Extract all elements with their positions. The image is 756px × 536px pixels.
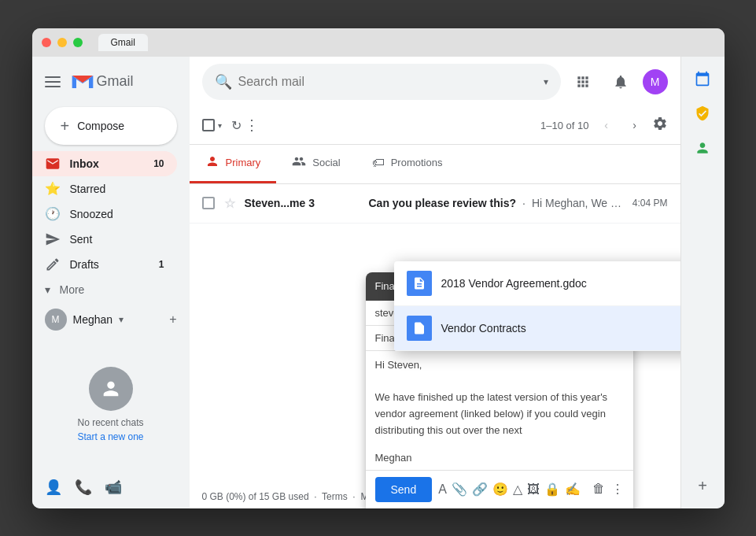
star-icon[interactable]: ☆: [224, 196, 235, 211]
tab-promotions[interactable]: 🏷 Promotions: [356, 145, 459, 183]
more-label: More: [60, 283, 85, 296]
contacts-bottom-icon[interactable]: 👤: [45, 479, 62, 496]
tab-social[interactable]: Social: [276, 145, 356, 183]
close-button[interactable]: [42, 38, 51, 47]
right-sidebar: +: [680, 57, 725, 508]
compose-footer: Send A 📎 🔗 🙂 △ 🖼 🔒 ✍ 🗑 ⋮: [366, 470, 633, 508]
title-bar: Gmail: [32, 28, 725, 57]
drafts-icon: [45, 257, 61, 272]
select-all-checkbox[interactable]: [202, 119, 215, 131]
top-bar: 🔍 ▾ M: [190, 57, 680, 107]
sidebar-starred-label: Starred: [70, 183, 106, 195]
sidebar-item-more[interactable]: ▾ More: [32, 277, 190, 302]
select-dropdown-icon[interactable]: ▾: [218, 121, 222, 130]
compose-button[interactable]: + Compose: [45, 107, 177, 145]
apps-button[interactable]: [567, 66, 599, 98]
snoozed-icon: 🕐: [45, 206, 61, 222]
subject-preview-separator: ·: [522, 197, 526, 209]
sent-icon: [45, 231, 61, 247]
compose-body[interactable]: Hi Steven, We have finished up the lates…: [366, 351, 633, 445]
starred-icon: ⭐: [45, 181, 61, 197]
tab-primary[interactable]: Primary: [190, 145, 277, 183]
compose-greeting: Hi Steven,: [375, 357, 624, 374]
browser-tab[interactable]: Gmail: [98, 34, 148, 51]
compose-photo-icon[interactable]: 🖼: [527, 482, 540, 497]
user-initial: M: [651, 76, 660, 88]
compose-link-icon[interactable]: 🔗: [472, 482, 488, 497]
compose-attach-icon[interactable]: 📎: [452, 482, 467, 497]
hamburger-menu-button[interactable]: [45, 76, 61, 87]
list-item[interactable]: Vendor Contracts box: [394, 306, 680, 351]
chat-section: No recent chats Start a new one: [32, 337, 190, 472]
compose-footer-right: 🗑 ⋮: [592, 482, 624, 497]
prev-page-button[interactable]: ‹: [596, 114, 618, 136]
contacts-panel-button[interactable]: [687, 132, 718, 164]
compose-signature-icon[interactable]: ✍: [565, 482, 581, 497]
top-right-icons: M: [567, 66, 668, 98]
compose-label: Compose: [77, 120, 124, 132]
video-bottom-icon[interactable]: 📹: [105, 479, 122, 496]
compose-toolbar: A 📎 🔗 🙂 △ 🖼 🔒 ✍: [438, 482, 585, 497]
terms-link[interactable]: Terms: [322, 491, 348, 502]
tasks-icon: [695, 105, 710, 121]
drafts-badge: 1: [159, 259, 164, 270]
search-dropdown-icon[interactable]: ▾: [544, 76, 548, 87]
sidebar-add-account-button[interactable]: +: [169, 312, 176, 327]
compose-format-icon[interactable]: A: [438, 482, 447, 497]
folder-icon: [407, 316, 432, 341]
person-icon: [695, 140, 710, 156]
sidebar-item-inbox[interactable]: Inbox 10: [32, 151, 177, 176]
compose-body-text: We have finished up the latest version o…: [375, 390, 624, 438]
sidebar-item-drafts[interactable]: Drafts 1: [32, 252, 177, 277]
bell-icon: [613, 74, 629, 90]
user-avatar-button[interactable]: M: [643, 69, 668, 94]
table-row[interactable]: ☆ Steven...me 3 Can you please review th…: [190, 184, 680, 224]
sidebar-item-starred[interactable]: ⭐ Starred: [32, 176, 177, 201]
notifications-button[interactable]: [605, 66, 636, 98]
primary-tab-icon: [205, 154, 219, 172]
search-icon: 🔍: [215, 73, 232, 91]
gmail-m-icon: [70, 69, 95, 94]
tasks-panel-button[interactable]: [687, 98, 718, 129]
send-button[interactable]: Send: [375, 477, 433, 502]
start-chat-link[interactable]: Start a new one: [77, 431, 143, 442]
compose-plus-icon: +: [61, 118, 70, 134]
calendar-panel-button[interactable]: [687, 63, 718, 94]
compose-signature-text: Meghan: [375, 452, 412, 464]
phone-bottom-icon[interactable]: 📞: [75, 479, 92, 496]
gmail-logo: Gmail: [70, 69, 134, 94]
sidebar-header: Gmail: [32, 63, 190, 101]
more-options-button[interactable]: ⋮: [245, 116, 259, 134]
sidebar-drafts-label: Drafts: [70, 258, 99, 271]
list-item[interactable]: 2018 Vendor Agreement.gdoc box: [394, 261, 680, 306]
gmail-text: Gmail: [97, 73, 134, 90]
sidebar: Gmail + Compose Inbox 10 ⭐ Starred: [32, 57, 190, 508]
search-input[interactable]: [238, 75, 537, 89]
minimize-button[interactable]: [57, 38, 67, 47]
settings-button[interactable]: [652, 116, 668, 135]
sidebar-snoozed-label: Snoozed: [70, 208, 113, 220]
add-panel-button[interactable]: +: [687, 471, 718, 502]
refresh-button[interactable]: ↻: [231, 118, 242, 133]
compose-lock-icon[interactable]: 🔒: [544, 482, 560, 497]
compose-drive-icon[interactable]: △: [513, 482, 522, 497]
next-page-button[interactable]: ›: [624, 114, 646, 136]
email-sender: Steven...me 3: [245, 197, 363, 209]
sidebar-item-snoozed[interactable]: 🕐 Snoozed: [32, 201, 177, 227]
mail-toolbar: ▾ ↻ ⋮ 1–10 of 10 ‹ ›: [190, 107, 680, 145]
select-all-area: ▾: [202, 119, 222, 131]
maximize-button[interactable]: [73, 38, 83, 47]
promotions-tab-icon: 🏷: [372, 156, 385, 170]
sidebar-item-sent[interactable]: Sent: [32, 227, 177, 252]
file-name: Vendor Contracts: [441, 322, 680, 335]
email-subject: Can you please review this?: [369, 197, 517, 209]
main-content: 🔍 ▾ M: [190, 57, 680, 508]
mail-tabs: Primary Social 🏷 Promotions: [190, 145, 680, 184]
compose-emoji-icon[interactable]: 🙂: [492, 482, 508, 497]
email-checkbox[interactable]: [202, 197, 215, 209]
sidebar-user-section[interactable]: M Meghan ▾ +: [32, 302, 190, 337]
no-chats-label: No recent chats: [77, 417, 143, 428]
compose-more-button[interactable]: ⋮: [611, 482, 624, 497]
compose-delete-button[interactable]: 🗑: [592, 482, 605, 497]
sidebar-user-dropdown[interactable]: ▾: [119, 314, 124, 325]
